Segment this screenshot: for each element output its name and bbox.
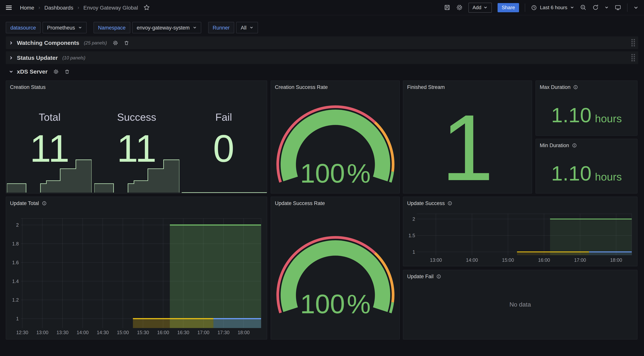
panel-title[interactable]: Creation Status [10, 84, 46, 90]
chevron-right-icon [9, 55, 14, 60]
stat-label: Success [93, 112, 180, 124]
top-nav: Home › Dashboards › Envoy Gateway Global… [0, 0, 644, 15]
svg-text:14:00: 14:00 [77, 330, 89, 335]
panel-min-duration: Min Duration 1.10 hours [536, 139, 638, 194]
gauge-update-success-rate[interactable]: 100% [271, 197, 400, 339]
gauge-creation-success-rate[interactable]: 100% [271, 81, 400, 193]
row-drag-handle[interactable] [631, 54, 635, 61]
add-button[interactable]: Add [468, 2, 492, 12]
panel-title[interactable]: Finished Stream [407, 84, 445, 90]
variable-select-datasource[interactable]: Prometheus [42, 22, 87, 33]
zoom-out-icon[interactable] [580, 4, 586, 11]
share-button[interactable]: Share [498, 3, 519, 12]
info-icon[interactable] [436, 274, 441, 279]
panel-title[interactable]: Update Fail [407, 274, 434, 279]
panel-title[interactable]: Update Total [10, 200, 39, 206]
time-range-picker[interactable]: Last 6 hours [531, 4, 574, 10]
row-title[interactable]: Status Updater [17, 54, 58, 61]
row-watching-components[interactable]: Watching Components (25 panels) [6, 36, 638, 49]
info-icon[interactable] [448, 200, 452, 206]
panel-title[interactable]: Update Success Rate [275, 200, 325, 206]
svg-text:13:00: 13:00 [36, 330, 48, 335]
row-settings-icon[interactable] [113, 40, 118, 46]
save-icon[interactable] [444, 4, 450, 11]
stat-label: Total [6, 112, 93, 124]
breadcrumb-separator: › [38, 4, 41, 10]
sparkline-success [94, 159, 180, 193]
info-icon[interactable] [573, 84, 578, 90]
svg-text:17:00: 17:00 [574, 257, 586, 263]
panel-title[interactable]: Min Duration [540, 142, 569, 148]
svg-text:1: 1 [412, 249, 415, 255]
svg-text:18:00: 18:00 [610, 257, 622, 263]
svg-text:1: 1 [16, 316, 19, 321]
breadcrumb-home[interactable]: Home [20, 4, 34, 10]
svg-text:17:30: 17:30 [218, 330, 230, 335]
svg-text:1.4: 1.4 [12, 278, 19, 284]
panel-title[interactable]: Creation Success Rate [275, 84, 328, 90]
settings-icon[interactable] [456, 4, 462, 11]
breadcrumb-current: Envoy Gateway Global [84, 4, 138, 10]
variable-label-datasource: datasource [6, 22, 41, 33]
panel-update-success: 11.5213:0014:0015:0016:0017:0018:00 Upda… [403, 196, 638, 266]
panel-update-fail: Update Fail No data [403, 270, 638, 340]
row-panel-count: (10 panels) [62, 55, 85, 60]
kiosk-mode-icon[interactable] [614, 4, 622, 11]
variable-select-namespace[interactable]: envoy-gateway-system [132, 22, 201, 33]
svg-text:16:00: 16:00 [157, 330, 169, 335]
row-title[interactable]: Watching Components [17, 40, 79, 46]
row-settings-icon[interactable] [53, 69, 59, 74]
grafana-dashboard: Home › Dashboards › Envoy Gateway Global… [0, 0, 644, 356]
svg-text:100%: 100% [300, 158, 371, 188]
variable-select-runner[interactable]: All [236, 22, 258, 33]
svg-text:16:30: 16:30 [177, 330, 189, 335]
svg-text:13:30: 13:30 [56, 330, 68, 335]
chevron-down-icon [250, 26, 254, 30]
variable-label-namespace: Namespace [93, 22, 130, 33]
row-drag-handle[interactable] [631, 39, 635, 46]
row-delete-icon[interactable] [124, 40, 129, 46]
navbar-collapse-chevron-icon[interactable] [633, 5, 639, 10]
refresh-icon[interactable] [592, 4, 599, 11]
svg-text:15:00: 15:00 [502, 257, 514, 263]
chevron-right-icon [9, 40, 14, 45]
svg-text:14:30: 14:30 [97, 330, 109, 335]
panel-update-success-rate: 100% Update Success Rate [271, 196, 400, 340]
chevron-down-icon [9, 69, 14, 74]
svg-text:13:00: 13:00 [430, 257, 442, 263]
panel-title[interactable]: Update Success [407, 200, 445, 206]
sparkline-total [7, 159, 92, 193]
divider [627, 3, 628, 12]
star-icon[interactable] [143, 4, 150, 11]
panel-creation-success-rate: 100% Creation Success Rate [271, 80, 400, 194]
chevron-down-icon [484, 5, 488, 10]
row-delete-icon[interactable] [64, 69, 70, 74]
menu-icon[interactable] [5, 4, 12, 11]
chevron-down-icon [192, 26, 196, 30]
refresh-interval-chevron-icon[interactable] [604, 5, 609, 10]
breadcrumb-separator: › [77, 4, 80, 10]
info-icon[interactable] [572, 143, 577, 148]
clock-icon [531, 4, 537, 10]
svg-text:17:00: 17:00 [198, 330, 210, 335]
svg-text:16:00: 16:00 [538, 257, 550, 263]
panel-creation-status: Creation Status Total 11 Success 11 Fail… [6, 80, 267, 194]
panel-finished-stream: Finished Stream 1 [403, 80, 532, 194]
stat-value: 1.10 hours [536, 163, 637, 184]
row-xds-server[interactable]: xDS Server [6, 66, 638, 78]
row-title[interactable]: xDS Server [17, 68, 48, 75]
svg-text:2: 2 [16, 222, 19, 228]
chevron-down-icon [78, 26, 82, 30]
svg-text:1.5: 1.5 [408, 233, 415, 238]
svg-text:1.8: 1.8 [12, 241, 19, 246]
row-status-updater[interactable]: Status Updater (10 panels) [6, 51, 638, 64]
row-panel-count: (25 panels) [84, 40, 107, 46]
svg-text:12:30: 12:30 [16, 330, 28, 335]
svg-text:1.2: 1.2 [12, 297, 19, 302]
timeseries-update-total[interactable]: 11.21.41.61.8212:3013:0013:3014:0014:301… [6, 197, 267, 339]
time-range-label: Last 6 hours [540, 4, 567, 10]
info-icon[interactable] [42, 200, 46, 206]
panel-title[interactable]: Max Duration [540, 84, 570, 90]
breadcrumb-dashboards[interactable]: Dashboards [44, 4, 73, 10]
svg-text:18:00: 18:00 [238, 330, 250, 335]
